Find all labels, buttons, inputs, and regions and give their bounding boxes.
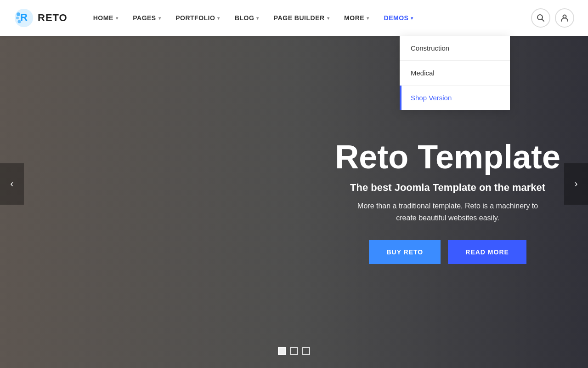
nav-item-demos[interactable]: DEMOS ▾ [377,0,421,36]
nav-item-pages[interactable]: PAGES ▾ [125,0,168,36]
nav-item-pagebuilder[interactable]: PAGE BUILDER ▾ [266,0,337,36]
user-button[interactable] [555,8,574,28]
nav-item-home[interactable]: HOME ▾ [86,0,126,36]
hero-subtitle: The best Joomla Template on the market [335,182,560,194]
nav-item-portfolio[interactable]: PORTFOLIO ▾ [168,0,227,36]
svg-point-2 [17,12,20,16]
search-button[interactable] [531,8,550,28]
demos-dropdown: Construction Medical Shop Version [400,36,510,110]
logo[interactable]: R RETO [14,8,68,28]
svg-line-6 [542,19,544,22]
hero-buttons: BUY RETO READ MORE [335,240,560,264]
svg-text:R: R [20,12,28,23]
chevron-icon: ▾ [217,16,220,21]
nav-actions [531,8,574,28]
slider-dot-1[interactable] [278,347,286,355]
hero-title: Reto Template [335,140,560,175]
slider-dot-3[interactable] [302,347,310,355]
slider-dot-2[interactable] [290,347,298,355]
navbar: R RETO HOME ▾ PAGES ▾ PORTFOLIO ▾ BLOG ▾… [0,0,588,36]
hero-content: Reto Template The best Joomla Template o… [335,140,560,264]
search-icon [537,14,545,22]
slider-next-button[interactable]: › [564,163,588,205]
nav-item-blog[interactable]: BLOG ▾ [227,0,266,36]
nav-links: HOME ▾ PAGES ▾ PORTFOLIO ▾ BLOG ▾ PAGE B… [86,0,531,36]
chevron-icon: ▾ [367,16,369,21]
slider-prev-button[interactable]: ‹ [0,163,24,205]
buy-reto-button[interactable]: BUY RETO [369,240,441,264]
chevron-right-icon: › [574,178,577,190]
nav-item-more[interactable]: MORE ▾ [337,0,377,36]
hero-description: More than a traditional template, Reto i… [335,200,560,224]
logo-text: RETO [38,12,68,24]
user-icon [560,14,569,22]
chevron-icon: ▾ [158,16,161,21]
chevron-icon: ▾ [256,16,259,21]
logo-icon: R [14,8,34,28]
slider-dots [278,347,310,355]
dropdown-item-medical[interactable]: Medical [400,61,510,86]
svg-point-4 [18,20,21,23]
chevron-icon: ▾ [116,16,119,21]
dropdown-item-construction[interactable]: Construction [400,36,510,61]
chevron-icon: ▾ [411,16,413,21]
read-more-button[interactable]: READ MORE [448,240,526,264]
chevron-icon: ▾ [327,16,330,21]
dropdown-item-shopversion[interactable]: Shop Version [400,86,510,110]
chevron-left-icon: ‹ [10,178,13,190]
svg-point-3 [16,17,19,19]
